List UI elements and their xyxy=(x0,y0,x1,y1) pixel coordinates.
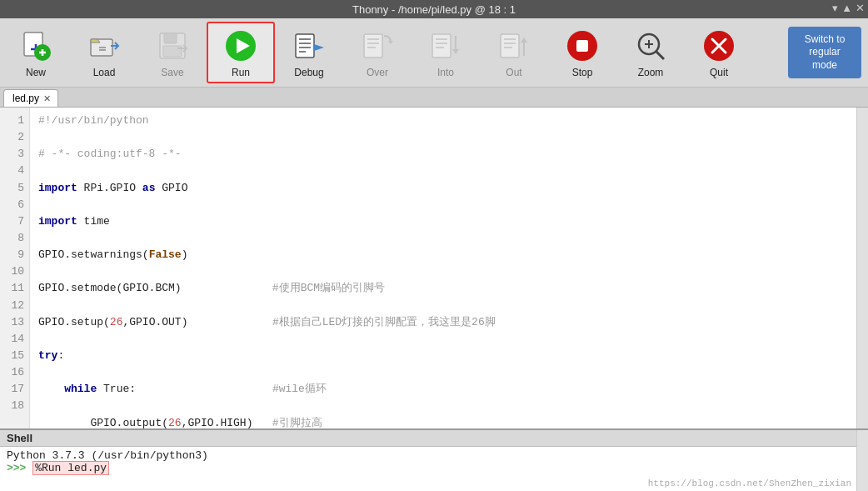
title-text: Thonny - /home/pi/led.py @ 18 : 1 xyxy=(352,3,516,16)
editor-area: 12345 678910 1112131415 161718 #!/usr/bi… xyxy=(0,108,868,428)
zoom-icon xyxy=(631,27,670,65)
debug-label: Debug xyxy=(294,67,323,78)
quit-icon xyxy=(700,27,738,65)
into-button[interactable]: Into xyxy=(412,23,480,83)
shell-prompt: >>> xyxy=(7,462,32,474)
quit-label: Quit xyxy=(710,67,728,78)
new-icon xyxy=(17,27,55,65)
line-numbers: 12345 678910 1112131415 161718 xyxy=(0,108,30,428)
file-tab[interactable]: led.py ✕ xyxy=(3,89,58,107)
shell-content[interactable]: Python 3.7.3 (/usr/bin/python3) >>> %Run… xyxy=(0,447,868,491)
switch-mode-button[interactable]: Switch to regular mode xyxy=(788,27,861,79)
svg-rect-28 xyxy=(432,34,451,58)
stop-label: Stop xyxy=(572,67,593,78)
save-label: Save xyxy=(161,67,183,78)
shell-area: Shell Python 3.7.3 (/usr/bin/python3) >>… xyxy=(0,428,868,491)
run-button[interactable]: Run xyxy=(207,22,275,83)
quit-button[interactable]: Quit xyxy=(685,23,753,83)
out-icon xyxy=(495,27,533,65)
close-icon[interactable]: ✕ xyxy=(856,2,865,14)
svg-marker-33 xyxy=(452,49,459,54)
out-label: Out xyxy=(506,67,521,78)
run-label: Run xyxy=(232,67,250,78)
shell-header: Shell xyxy=(0,430,868,447)
over-icon xyxy=(358,27,397,65)
zoom-label: Zoom xyxy=(638,67,664,78)
title-bar-controls[interactable]: ▾ ▲ ✕ xyxy=(832,2,865,14)
zoom-button[interactable]: Zoom xyxy=(616,23,685,83)
svg-marker-27 xyxy=(388,41,393,44)
code-editor[interactable]: #!/usr/bin/python # -*- coding:utf-8 -*-… xyxy=(30,108,856,428)
load-button[interactable]: Load xyxy=(70,23,138,83)
load-label: Load xyxy=(93,67,116,78)
maximize-icon[interactable]: ▲ xyxy=(841,2,852,14)
load-icon xyxy=(85,27,123,65)
toolbar: New Load Save xyxy=(0,18,868,88)
svg-marker-39 xyxy=(521,38,527,43)
out-button[interactable]: Out xyxy=(480,23,548,83)
shell-prompt-line: >>> %Run led.py xyxy=(7,462,861,474)
svg-line-43 xyxy=(656,52,664,59)
into-icon xyxy=(427,27,465,65)
watermark: https://blog.csdn.net/ShenZhen_zixian xyxy=(648,478,851,488)
svg-rect-23 xyxy=(364,34,382,58)
svg-rect-34 xyxy=(501,34,519,58)
tab-label: led.py xyxy=(12,93,39,104)
svg-marker-22 xyxy=(314,44,324,51)
over-label: Over xyxy=(367,67,388,78)
new-label: New xyxy=(26,67,46,78)
svg-rect-14 xyxy=(163,46,182,57)
minimize-icon[interactable]: ▾ xyxy=(832,2,838,14)
debug-button[interactable]: Debug xyxy=(275,23,343,83)
stop-icon xyxy=(563,27,601,65)
svg-rect-17 xyxy=(296,34,314,58)
shell-command: %Run led.py xyxy=(32,461,109,475)
shell-scrollbar[interactable] xyxy=(856,430,868,491)
tab-bar: led.py ✕ xyxy=(0,88,868,108)
tab-close-icon[interactable]: ✕ xyxy=(43,93,51,104)
editor-scrollbar[interactable] xyxy=(856,108,868,428)
save-button[interactable]: Save xyxy=(138,23,207,83)
save-icon xyxy=(153,27,192,65)
svg-rect-13 xyxy=(164,33,177,43)
debug-icon xyxy=(290,27,328,65)
python-version: Python 3.7.3 (/usr/bin/python3) xyxy=(7,449,861,462)
into-label: Into xyxy=(437,67,454,78)
new-button[interactable]: New xyxy=(2,23,70,83)
over-button[interactable]: Over xyxy=(343,23,412,83)
stop-button[interactable]: Stop xyxy=(548,23,616,83)
run-icon xyxy=(222,27,260,65)
title-bar: Thonny - /home/pi/led.py @ 18 : 1 ▾ ▲ ✕ xyxy=(0,0,868,18)
svg-rect-41 xyxy=(576,40,588,52)
